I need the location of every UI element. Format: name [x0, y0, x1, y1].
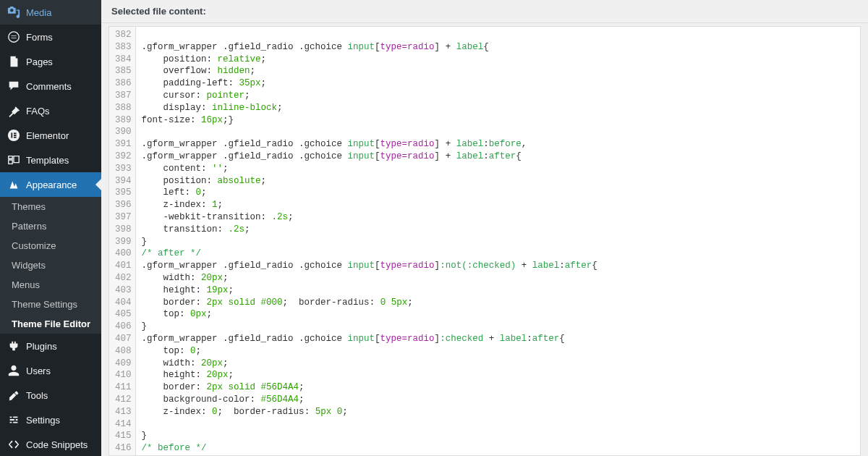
- menu-item-appearance[interactable]: Appearance: [0, 172, 101, 197]
- pages-icon: [7, 55, 20, 68]
- code-editor[interactable]: 3823833843853863873883893903913923933943…: [109, 26, 861, 456]
- menu-label: Plugins: [26, 341, 57, 352]
- menu-item-settings[interactable]: Settings: [0, 408, 101, 432]
- media-icon: [7, 6, 20, 19]
- appearance-submenu: ThemesPatternsCustomizeWidgetsMenusTheme…: [0, 197, 101, 334]
- main-content: Selected file content: 38238338438538638…: [101, 0, 868, 456]
- menu-item-users[interactable]: Users: [0, 358, 101, 383]
- line-gutter: 3823833843853863873883893903913923933943…: [109, 27, 136, 455]
- menu-label: Templates: [26, 155, 69, 166]
- menu-item-tools[interactable]: Tools: [0, 383, 101, 408]
- menu-label: Code Snippets: [26, 439, 88, 450]
- submenu-item-themes[interactable]: Themes: [0, 197, 101, 216]
- submenu-item-patterns[interactable]: Patterns: [0, 216, 101, 236]
- content-header: Selected file content:: [101, 0, 868, 23]
- menu-item-forms[interactable]: Forms: [0, 25, 101, 49]
- svg-rect-3: [14, 132, 17, 134]
- elementor-icon: [7, 129, 20, 142]
- menu-item-elementor[interactable]: Elementor: [0, 123, 101, 148]
- code-content[interactable]: .gform_wrapper .gfield_radio .gchoice in…: [136, 27, 860, 455]
- menu-label: Appearance: [26, 180, 77, 190]
- menu-item-comments[interactable]: Comments: [0, 74, 101, 98]
- menu-label: Media: [26, 7, 51, 18]
- templates-icon: [7, 153, 20, 166]
- svg-rect-4: [14, 135, 17, 136]
- svg-rect-5: [14, 137, 17, 138]
- menu-item-faqs[interactable]: FAQs: [0, 98, 101, 123]
- menu-item-media[interactable]: Media: [0, 0, 101, 25]
- admin-sidebar: MediaFormsPagesCommentsFAQsElementorTemp…: [0, 0, 101, 456]
- menu-label: Settings: [26, 415, 60, 426]
- menu-item-plugins[interactable]: Plugins: [0, 334, 101, 358]
- settings-icon: [7, 413, 20, 426]
- menu-item-pages[interactable]: Pages: [0, 49, 101, 74]
- submenu-item-theme-settings[interactable]: Theme Settings: [0, 295, 101, 314]
- menu-label: Users: [26, 366, 51, 376]
- forms-icon: [7, 30, 20, 43]
- menu-label: Comments: [26, 81, 72, 92]
- menu-label: Tools: [26, 390, 48, 401]
- tools-icon: [7, 389, 20, 402]
- menu-item-code-snippets[interactable]: Code Snippets: [0, 432, 101, 456]
- submenu-item-customize[interactable]: Customize: [0, 236, 101, 256]
- appearance-icon: [7, 178, 20, 191]
- plugins-icon: [7, 339, 20, 352]
- menu-label: Forms: [26, 32, 53, 43]
- submenu-item-theme-file-editor[interactable]: Theme File Editor: [0, 314, 101, 334]
- submenu-item-widgets[interactable]: Widgets: [0, 256, 101, 275]
- menu-label: Pages: [26, 56, 53, 67]
- pin-icon: [7, 104, 20, 117]
- comments-icon: [7, 80, 20, 93]
- menu-label: FAQs: [26, 106, 50, 117]
- svg-point-0: [9, 32, 19, 42]
- submenu-item-menus[interactable]: Menus: [0, 275, 101, 295]
- snippets-icon: [7, 438, 20, 451]
- menu-item-templates[interactable]: Templates: [0, 148, 101, 172]
- menu-label: Elementor: [26, 130, 69, 141]
- users-icon: [7, 364, 20, 377]
- svg-rect-2: [11, 132, 12, 138]
